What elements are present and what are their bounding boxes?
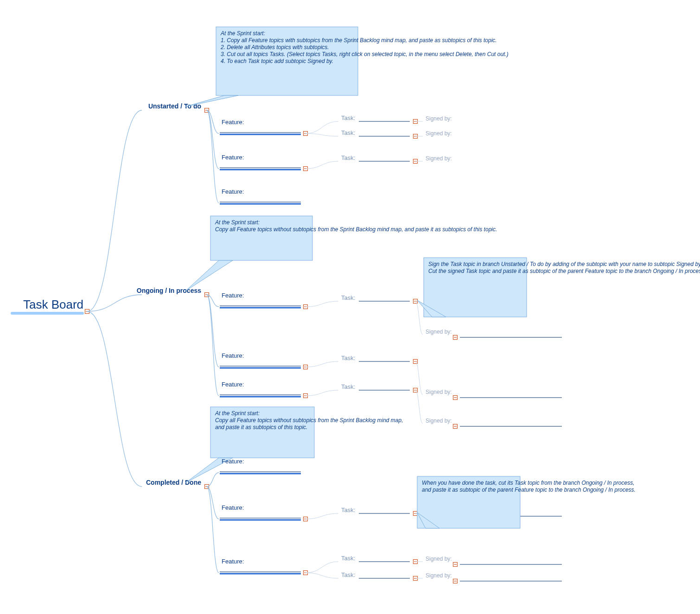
task-callout-completed: When you have done the task, cut its Tas… [417, 476, 636, 528]
task-label[interactable]: Task: [341, 354, 355, 361]
svg-text:At the Sprint start:1. Copy al: At the Sprint start:1. Copy all Feature … [220, 30, 509, 64]
feature-label[interactable]: Feature: [222, 504, 244, 511]
signed-by[interactable]: Signed by: [426, 329, 452, 335]
signed-by[interactable]: Signed by: [426, 115, 452, 122]
task-label[interactable]: Task: [341, 571, 355, 578]
task-label[interactable]: Task: [341, 129, 355, 136]
task-label[interactable]: Task: [341, 294, 355, 301]
svg-text:When you have done the task, c: When you have done the task, cut its Tas… [422, 480, 636, 493]
signed-expand[interactable] [453, 396, 458, 400]
feature-label[interactable]: Feature: [222, 188, 244, 195]
root-node[interactable]: Task Board [23, 298, 83, 311]
signed-by[interactable]: Signed by: [426, 389, 452, 395]
feature-label[interactable]: Feature: [222, 292, 244, 299]
branch-unstarted[interactable]: Unstarted / To do [148, 102, 201, 110]
task-label[interactable]: Task: [341, 506, 355, 513]
signed-expand[interactable] [453, 563, 458, 567]
signed-by[interactable]: Signed by: [426, 155, 452, 162]
feature-label[interactable]: Feature: [222, 558, 244, 565]
feature-label[interactable]: Feature: [222, 119, 244, 126]
signed-by[interactable]: Signed by: [426, 556, 452, 562]
task-label[interactable]: Task: [341, 114, 355, 121]
feature-label[interactable]: Feature: [222, 458, 244, 465]
task-label[interactable]: Task: [341, 555, 355, 562]
feature-label[interactable]: Feature: [222, 154, 244, 161]
signed-expand[interactable] [453, 335, 458, 340]
signed-expand[interactable] [453, 424, 458, 429]
branch-completed[interactable]: Completed / Done [146, 479, 201, 486]
task-label[interactable]: Task: [341, 154, 355, 161]
signed-by[interactable]: Signed by: [426, 418, 452, 424]
task-label[interactable]: Task: [341, 383, 355, 390]
signed-by[interactable]: Signed by: [426, 130, 452, 137]
svg-text:Sign the Task topic in branch : Sign the Task topic in branch Unstarted … [428, 261, 700, 274]
task-callout-ongoing: Sign the Task topic in branch Unstarted … [417, 258, 700, 317]
feature-label[interactable]: Feature: [222, 381, 244, 388]
feature-label[interactable]: Feature: [222, 352, 244, 359]
callout-unstarted: At the Sprint start:1. Copy all Feature … [185, 27, 509, 107]
signed-by[interactable]: Signed by: [426, 572, 452, 579]
branch-ongoing[interactable]: Ongoing / In process [137, 287, 201, 294]
signed-expand[interactable] [453, 579, 458, 583]
svg-text:At the Sprint start:Copy all F: At the Sprint start:Copy all Feature top… [215, 219, 497, 233]
